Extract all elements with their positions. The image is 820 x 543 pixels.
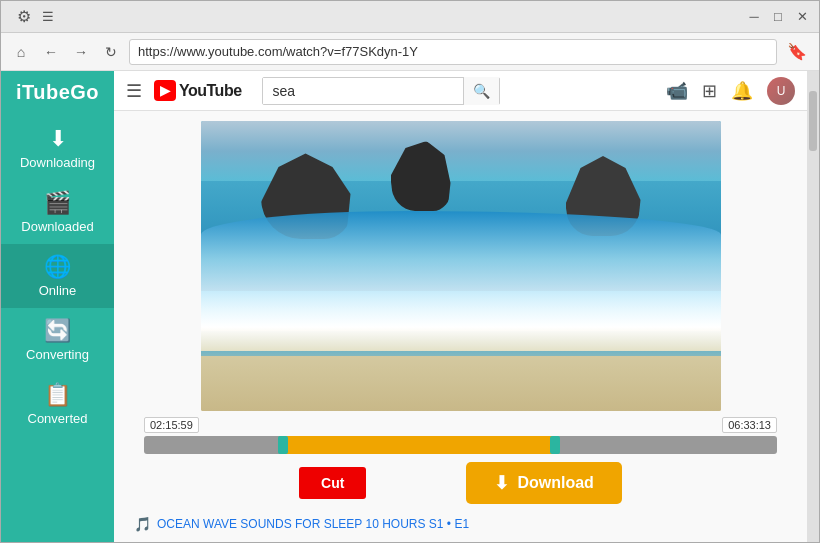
yt-search-box[interactable]: 🔍 <box>262 77 500 105</box>
sidebar-item-downloading[interactable]: ⬇ Downloading <box>1 116 114 180</box>
download-label: Download <box>517 474 593 492</box>
yt-menu-icon[interactable]: ☰ <box>126 80 142 102</box>
yt-search-button[interactable]: 🔍 <box>463 77 499 105</box>
yt-avatar[interactable]: U <box>767 77 795 105</box>
title-bar: ⚙ ☰ ─ □ ✕ <box>1 1 819 33</box>
ocean-foam <box>201 291 721 351</box>
bottom-controls: Cut ⬇ Download <box>114 454 807 512</box>
sidebar-label-downloaded: Downloaded <box>21 219 93 234</box>
download-icon: ⬇ <box>494 472 509 494</box>
scrollbar-thumb[interactable] <box>809 91 817 151</box>
yt-grid-icon[interactable]: ⊞ <box>702 80 717 102</box>
url-text: https://www.youtube.com/watch?v=f77SKdyn… <box>138 44 418 59</box>
sidebar: iTubeGo ⬇ Downloading 🎬 Downloaded 🌐 Onl… <box>1 71 114 542</box>
downloaded-icon: 🎬 <box>44 190 71 216</box>
browser-content: ☰ ▶ YouTube 🔍 📹 ⊞ 🔔 U <box>114 71 807 542</box>
sidebar-label-converting: Converting <box>26 347 89 362</box>
converting-icon: 🔄 <box>44 318 71 344</box>
cut-button[interactable]: Cut <box>299 467 366 499</box>
video-caption: 🎵 OCEAN WAVE SOUNDS FOR SLEEP 10 HOURS S… <box>114 512 807 536</box>
window-controls: ─ □ ✕ <box>745 8 811 26</box>
app-window: ⚙ ☰ ─ □ ✕ ⌂ ← → ↻ https://www.youtube.co… <box>0 0 820 543</box>
sidebar-label-online: Online <box>39 283 77 298</box>
sidebar-item-converting[interactable]: 🔄 Converting <box>1 308 114 372</box>
menu-icon[interactable]: ☰ <box>39 8 57 26</box>
refresh-button[interactable]: ↻ <box>99 40 123 64</box>
yt-camera-icon[interactable]: 📹 <box>666 80 688 102</box>
converted-icon: 📋 <box>44 382 71 408</box>
sand <box>201 356 721 411</box>
app-logo: iTubeGo <box>16 81 99 104</box>
caption-music-icon: 🎵 <box>134 516 151 532</box>
trimmer-area: 02:15:59 06:33:13 <box>114 417 807 454</box>
forward-button[interactable]: → <box>69 40 93 64</box>
online-icon: 🌐 <box>44 254 71 280</box>
scrollbar[interactable] <box>807 71 819 542</box>
main-area: iTubeGo ⬇ Downloading 🎬 Downloaded 🌐 Onl… <box>1 71 819 542</box>
sidebar-item-downloaded[interactable]: 🎬 Downloaded <box>1 180 114 244</box>
sidebar-label-downloading: Downloading <box>20 155 95 170</box>
trimmer-timestamps: 02:15:59 06:33:13 <box>134 417 787 433</box>
sidebar-label-converted: Converted <box>28 411 88 426</box>
yt-logo-text: YouTube <box>179 82 242 100</box>
home-button[interactable]: ⌂ <box>9 40 33 64</box>
sidebar-item-converted[interactable]: 📋 Converted <box>1 372 114 436</box>
trimmer-track[interactable] <box>144 436 777 454</box>
downloading-icon: ⬇ <box>49 126 67 152</box>
minimize-button[interactable]: ─ <box>745 8 763 26</box>
end-timestamp: 06:33:13 <box>722 417 777 433</box>
yt-logo-icon: ▶ <box>154 80 176 101</box>
bookmark-icon[interactable]: 🔖 <box>783 38 811 66</box>
youtube-logo[interactable]: ▶ YouTube <box>154 80 242 101</box>
video-container: 02:15:59 06:33:13 Cut ⬇ Download <box>114 111 807 542</box>
trimmer-active-range <box>283 436 555 454</box>
trimmer-handle-left[interactable] <box>278 436 288 454</box>
youtube-toolbar: ☰ ▶ YouTube 🔍 📹 ⊞ 🔔 U <box>114 71 807 111</box>
start-timestamp: 02:15:59 <box>144 417 199 433</box>
settings-icon[interactable]: ⚙ <box>17 7 31 26</box>
caption-text[interactable]: OCEAN WAVE SOUNDS FOR SLEEP 10 HOURS S1 … <box>157 517 469 531</box>
trimmer-handle-right[interactable] <box>550 436 560 454</box>
sidebar-item-online[interactable]: 🌐 Online <box>1 244 114 308</box>
address-bar: ⌂ ← → ↻ https://www.youtube.com/watch?v=… <box>1 33 819 71</box>
title-bar-left: ⚙ ☰ <box>9 7 745 26</box>
yt-bell-icon[interactable]: 🔔 <box>731 80 753 102</box>
video-frame <box>201 121 721 411</box>
close-button[interactable]: ✕ <box>793 8 811 26</box>
video-background <box>201 121 721 411</box>
yt-search-input[interactable] <box>263 78 463 104</box>
maximize-button[interactable]: □ <box>769 8 787 26</box>
yt-toolbar-right: 📹 ⊞ 🔔 U <box>666 77 795 105</box>
back-button[interactable]: ← <box>39 40 63 64</box>
download-button[interactable]: ⬇ Download <box>466 462 621 504</box>
url-bar[interactable]: https://www.youtube.com/watch?v=f77SKdyn… <box>129 39 777 65</box>
